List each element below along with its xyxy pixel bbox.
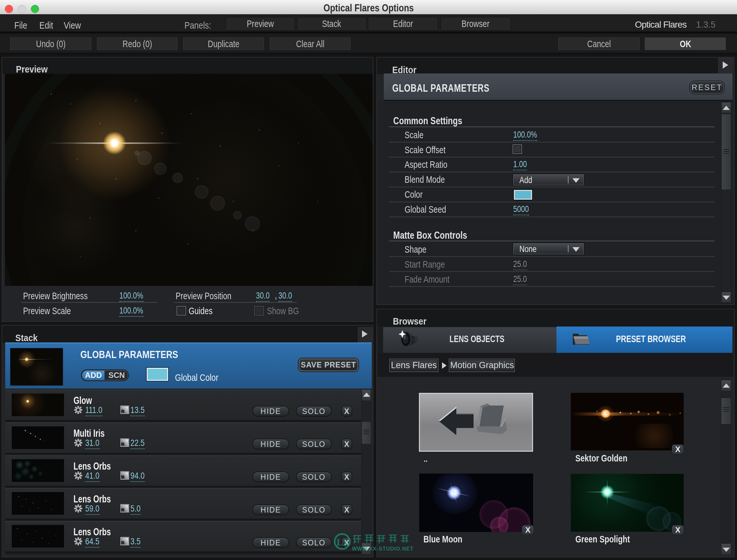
svg-text:WWW.XX-STUDIO.NET: WWW.XX-STUDIO.NET [352,546,413,552]
svg-text:Lx: Lx [336,537,348,547]
